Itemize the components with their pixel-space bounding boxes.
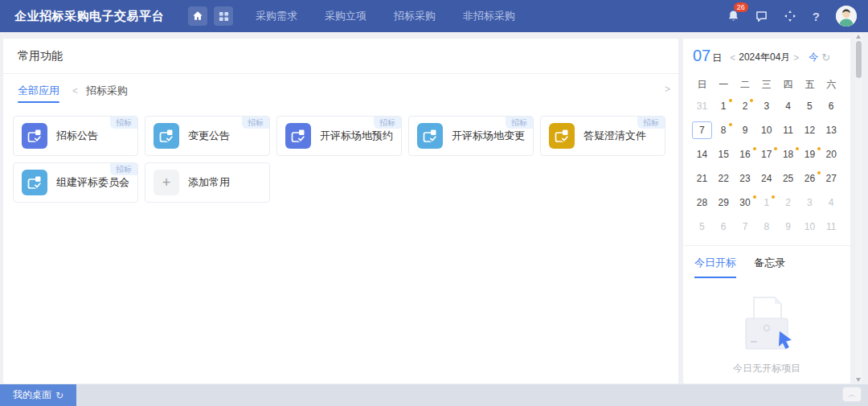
switch-icon <box>784 10 796 23</box>
app-card-tag: 招标 <box>110 163 137 175</box>
vertical-scrollbar[interactable] <box>855 34 862 383</box>
calendar-day[interactable]: 8 <box>755 215 777 239</box>
tab-bidding-category[interactable]: 招标采购 <box>86 84 128 103</box>
collapse-button[interactable]: ︿ <box>842 387 862 402</box>
calendar-day[interactable]: 31 <box>691 94 713 118</box>
calendar-weekday-row: 日一二三四五六 <box>683 75 850 94</box>
calendar-day[interactable]: 27 <box>821 166 842 191</box>
avatar-icon <box>836 6 857 27</box>
calendar-day[interactable]: 3 <box>755 94 777 118</box>
calendar-day[interactable]: 29 <box>713 191 735 215</box>
calendar-day[interactable]: 16 <box>735 142 756 166</box>
nav-non-bidding-procurement[interactable]: 非招标采购 <box>463 9 515 23</box>
calendar-day[interactable]: 2 <box>735 94 756 118</box>
my-desktop-button[interactable]: 我的桌面 ↻ <box>0 384 76 406</box>
app-card-label: 开评标场地变更 <box>452 129 525 143</box>
empty-state-text: 今日无开标项目 <box>733 362 800 375</box>
app-icon <box>417 123 443 149</box>
main-nav: 采购需求 采购立项 招标采购 非招标采购 <box>256 9 515 23</box>
nav-procurement-project[interactable]: 采购立项 <box>325 9 366 23</box>
calendar-day[interactable]: 26 <box>799 166 821 191</box>
calendar-day-number: 07 <box>693 47 710 65</box>
tab-all-apps[interactable]: 全部应用 <box>18 84 59 103</box>
calendar-day[interactable]: 2 <box>777 191 799 215</box>
bottom-taskbar: 我的桌面 ↻ <box>0 384 868 406</box>
calendar-day[interactable]: 7 <box>735 215 756 239</box>
app-card[interactable]: 组建评标委员会招标 <box>13 162 138 203</box>
chevron-right-icon[interactable]: > <box>665 84 670 95</box>
calendar-refresh-icon[interactable]: ↻ <box>821 51 830 64</box>
app-card[interactable]: 招标公告招标 <box>13 116 138 156</box>
calendar-day[interactable]: 17 <box>755 142 777 166</box>
app-card-label: 答疑澄清文件 <box>583 129 646 143</box>
calendar-day[interactable]: 22 <box>713 166 735 191</box>
calendar-day[interactable]: 6 <box>821 94 842 118</box>
calendar-day[interactable]: 18 <box>777 142 799 166</box>
calendar-day[interactable]: 8 <box>713 118 735 142</box>
calendar-day[interactable]: 5 <box>691 215 713 239</box>
calendar-day[interactable]: 21 <box>691 166 713 191</box>
scroll-down-arrow-icon[interactable] <box>856 378 861 382</box>
calendar-day[interactable]: 4 <box>777 94 799 118</box>
app-card-tag: 招标 <box>374 117 401 129</box>
calendar-day[interactable]: 11 <box>777 118 799 142</box>
calendar-prev-button[interactable]: < <box>727 52 739 64</box>
app-card[interactable]: 开评标场地变更招标 <box>408 116 534 156</box>
calendar-day[interactable]: 5 <box>799 94 821 118</box>
nav-procurement-demand[interactable]: 采购需求 <box>256 9 297 23</box>
app-card[interactable]: 开评标场地预约招标 <box>276 116 402 156</box>
weekday-label: 一 <box>713 75 735 94</box>
calendar-day[interactable]: 14 <box>691 142 713 166</box>
notifications-button[interactable]: 26 <box>727 10 739 23</box>
calendar-day[interactable]: 20 <box>821 142 842 166</box>
calendar-day[interactable]: 6 <box>713 215 735 239</box>
user-avatar[interactable] <box>836 6 857 27</box>
calendar-day-selected[interactable]: 7 <box>691 118 713 142</box>
calendar-day[interactable]: 1 <box>713 94 735 118</box>
scrollbar-thumb[interactable] <box>856 41 862 78</box>
calendar-day[interactable]: 4 <box>821 191 842 215</box>
calendar-panel: 07 日 < 2024年04月 > 今 ↻ 日一二三四五六 3112345678… <box>683 39 850 383</box>
app-card[interactable]: 答疑澄清文件招标 <box>540 116 665 156</box>
messages-button[interactable] <box>755 10 768 23</box>
calendar-day[interactable]: 15 <box>713 142 735 166</box>
calendar-day[interactable]: 13 <box>821 118 842 142</box>
app-card[interactable]: 变更公告招标 <box>145 116 270 156</box>
calendar-day[interactable]: 9 <box>735 118 756 142</box>
desktop-refresh-icon: ↻ <box>55 390 63 401</box>
calendar-month-label: 2024年04月 <box>739 51 790 64</box>
home-button[interactable] <box>188 6 207 26</box>
calendar-day[interactable]: 28 <box>691 191 713 215</box>
scroll-up-arrow-icon[interactable] <box>856 35 861 39</box>
help-button[interactable]: ? <box>813 10 820 23</box>
app-card-label: 开评标场地预约 <box>320 129 393 143</box>
apps-grid-icon <box>219 11 229 22</box>
calendar-day[interactable]: 10 <box>755 118 777 142</box>
switch-apps-button[interactable] <box>784 10 796 23</box>
apps-grid-button[interactable] <box>214 6 233 26</box>
tab-memo[interactable]: 备忘录 <box>754 256 785 278</box>
calendar-next-button[interactable]: > <box>790 52 802 64</box>
tab-today-bid-opening[interactable]: 今日开标 <box>694 256 736 278</box>
cards-grid: 招标公告招标 变更公告招标 开评标场地预约招标 开评标场地变更招标 答疑澄清文件… <box>3 111 678 207</box>
calendar-day[interactable]: 3 <box>799 191 821 215</box>
calendar-day[interactable]: 12 <box>799 118 821 142</box>
calendar-day[interactable]: 25 <box>777 166 799 191</box>
weekday-label: 六 <box>821 75 842 94</box>
calendar-day[interactable]: 11 <box>821 215 842 239</box>
calendar-day[interactable]: 1 <box>755 191 777 215</box>
app-icon <box>285 123 311 149</box>
calendar-day[interactable]: 24 <box>755 166 777 191</box>
calendar-day[interactable]: 23 <box>735 166 756 191</box>
calendar-day[interactable]: 19 <box>799 142 821 166</box>
calendar-day[interactable]: 30 <box>735 191 756 215</box>
add-common-card[interactable]: +添加常用 <box>145 162 270 203</box>
app-card-tag: 招标 <box>506 117 533 129</box>
weekday-label: 三 <box>755 75 777 94</box>
calendar-today-button[interactable]: 今 <box>809 51 818 64</box>
calendar-day[interactable]: 9 <box>777 215 799 239</box>
calendar-day[interactable]: 10 <box>799 215 821 239</box>
nav-bidding-procurement[interactable]: 招标采购 <box>394 9 436 23</box>
calendar-day-suffix: 日 <box>712 51 722 65</box>
notification-badge: 26 <box>734 2 748 12</box>
